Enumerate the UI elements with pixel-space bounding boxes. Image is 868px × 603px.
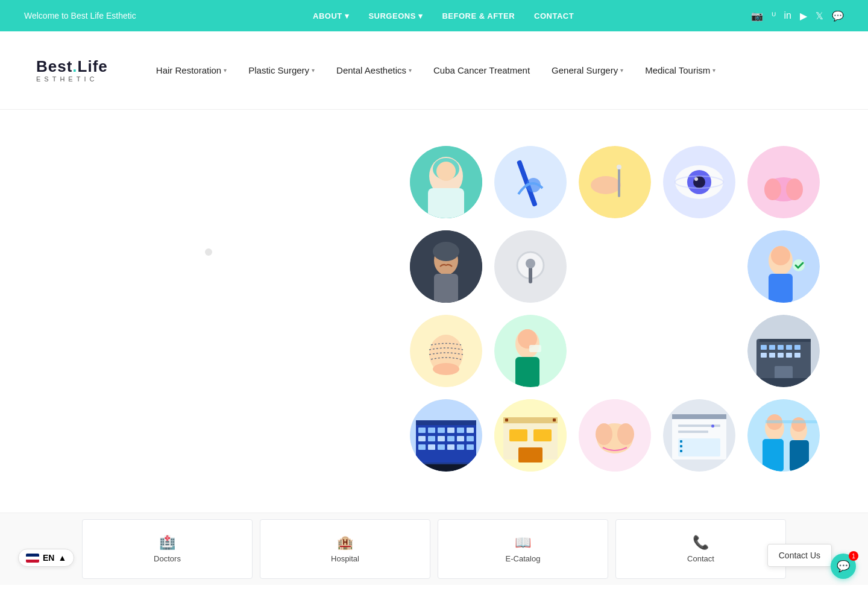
svg-rect-50 xyxy=(794,345,800,350)
gallery-image-r4c3[interactable] xyxy=(579,399,651,472)
contact-us-container: Contact Us 💬 1 xyxy=(831,554,856,579)
chat-badge: 1 xyxy=(849,551,858,561)
svg-rect-73 xyxy=(418,444,426,450)
twitter-icon[interactable]: 𝕏 xyxy=(816,10,823,22)
footer-card-ecatalog-label: E-Catalog xyxy=(506,554,541,563)
youtube-icon[interactable]: ▶ xyxy=(800,10,807,22)
svg-rect-68 xyxy=(428,436,435,441)
gallery-image-r2c2[interactable] xyxy=(494,230,567,303)
svg-rect-60 xyxy=(416,420,476,425)
footer-card-ecatalog[interactable]: 📖 E-Catalog xyxy=(438,519,608,579)
svg-rect-84 xyxy=(509,429,527,441)
svg-rect-88 xyxy=(553,418,556,421)
gallery-image-r1c4[interactable] xyxy=(663,146,735,218)
gallery-image-r2c1[interactable] xyxy=(410,230,482,303)
content-area xyxy=(0,110,868,513)
svg-rect-106 xyxy=(763,439,784,472)
svg-point-91 xyxy=(596,423,612,445)
gallery-image-r1c2[interactable] xyxy=(494,146,567,218)
footer-cards: 🏥 Doctors 🏨 Hospital 📖 E-Catalog 📞 Conta… xyxy=(0,513,868,585)
linkedin-icon[interactable]: in xyxy=(784,10,791,21)
footer-card-doctors-label: Doctors xyxy=(154,554,181,563)
main-nav-items: Hair Restoration ▾ Plastic Surgery ▾ Den… xyxy=(156,65,832,75)
gallery-image-r3c1[interactable] xyxy=(410,315,482,387)
topbar-nav-about[interactable]: ABOUT ▾ xyxy=(313,11,349,21)
nav-item-plastic-surgery[interactable]: Plastic Surgery ▾ xyxy=(248,65,315,75)
chevron-icon: ▾ xyxy=(620,67,623,74)
left-content xyxy=(36,134,410,488)
footer-card-hospital[interactable]: 🏨 Hospital xyxy=(260,519,430,579)
nav-item-medical-tourism[interactable]: Medical Tourism ▾ xyxy=(645,65,715,75)
svg-point-9 xyxy=(591,176,621,194)
gallery-image-r4c1[interactable] xyxy=(410,399,482,472)
svg-rect-98 xyxy=(711,425,714,428)
svg-rect-86 xyxy=(518,447,542,463)
language-switcher[interactable]: EN ▲ xyxy=(18,549,74,567)
svg-rect-70 xyxy=(447,436,454,441)
hospital-icon: 🏨 xyxy=(337,535,353,551)
image-grid xyxy=(410,134,832,488)
gallery-image-r3c5[interactable] xyxy=(747,315,820,387)
chat-bubble-button[interactable]: 💬 1 xyxy=(831,554,856,579)
svg-point-108 xyxy=(791,417,806,432)
logo[interactable]: Best.Life ESTHETIC xyxy=(36,58,108,83)
svg-rect-101 xyxy=(680,445,682,447)
gallery-image-r4c4[interactable] xyxy=(663,399,735,472)
svg-rect-99 xyxy=(678,438,720,456)
contact-us-label: Contact Us xyxy=(779,551,820,560)
instagram-icon[interactable]: 📷 xyxy=(751,10,763,22)
facebook-icon[interactable]: ᵁ xyxy=(772,10,776,22)
svg-rect-67 xyxy=(418,436,426,441)
gallery-image-r4c2[interactable] xyxy=(494,399,567,472)
nav-item-hair-restoration[interactable]: Hair Restoration ▾ xyxy=(156,65,227,75)
contact-icon: 📞 xyxy=(693,535,709,551)
svg-rect-55 xyxy=(794,353,800,358)
nav-item-dental-aesthetics[interactable]: Dental Aesthetics ▾ xyxy=(336,65,412,75)
topbar-nav-surgeons[interactable]: SURGEONS ▾ xyxy=(368,11,423,21)
svg-rect-10 xyxy=(618,167,620,197)
chat-icon: 💬 xyxy=(837,560,850,573)
svg-rect-62 xyxy=(428,428,435,433)
svg-rect-100 xyxy=(680,440,682,443)
gallery-image-r2c5[interactable] xyxy=(747,230,820,303)
nav-item-general-surgery[interactable]: General Surgery ▾ xyxy=(552,65,623,75)
topbar-nav-contact[interactable]: CONTACT xyxy=(534,11,574,21)
svg-rect-109 xyxy=(790,440,809,472)
footer-card-doctors[interactable]: 🏥 Doctors xyxy=(82,519,253,579)
svg-rect-54 xyxy=(786,353,792,358)
topbar-nav-before-after[interactable]: BEFORE & AFTER xyxy=(442,11,515,21)
footer-card-contact-label: Contact xyxy=(687,554,714,563)
svg-rect-47 xyxy=(769,345,775,350)
svg-point-24 xyxy=(433,242,459,261)
svg-rect-102 xyxy=(680,450,682,452)
svg-point-29 xyxy=(526,259,535,268)
main-nav: Best.Life ESTHETIC Hair Restoration ▾ Pl… xyxy=(0,31,868,110)
nav-item-cuba-cancer[interactable]: Cuba Cancer Treatment xyxy=(433,65,530,75)
logo-subtitle: ESTHETIC xyxy=(36,75,108,83)
svg-rect-46 xyxy=(761,345,767,350)
contact-us-button[interactable]: Contact Us xyxy=(767,544,832,567)
svg-rect-87 xyxy=(505,418,508,421)
svg-rect-77 xyxy=(457,444,464,450)
decorative-dot xyxy=(205,248,212,256)
svg-point-21 xyxy=(786,178,803,200)
svg-rect-63 xyxy=(438,428,445,433)
footer-card-contact[interactable]: 📞 Contact xyxy=(615,519,786,579)
svg-rect-53 xyxy=(778,353,784,358)
svg-rect-80 xyxy=(410,464,482,472)
chevron-icon: ▾ xyxy=(312,67,315,74)
gallery-image-r4c5[interactable] xyxy=(747,399,820,472)
gallery-image-r1c5[interactable] xyxy=(747,146,820,218)
flag-icon xyxy=(26,554,39,563)
svg-rect-61 xyxy=(418,428,426,433)
gallery-image-r1c3[interactable] xyxy=(579,146,651,218)
svg-rect-45 xyxy=(760,339,811,342)
svg-rect-83 xyxy=(503,417,558,423)
chevron-icon: ▾ xyxy=(409,67,412,74)
svg-rect-75 xyxy=(438,444,445,450)
whatsapp-icon[interactable]: 💬 xyxy=(832,10,844,22)
gallery-image-r3c2[interactable] xyxy=(494,315,567,387)
svg-rect-95 xyxy=(672,414,726,419)
gallery-image-r1c1[interactable] xyxy=(410,146,482,218)
topbar: Welcome to Best Life Esthetic ABOUT ▾ SU… xyxy=(0,0,868,31)
